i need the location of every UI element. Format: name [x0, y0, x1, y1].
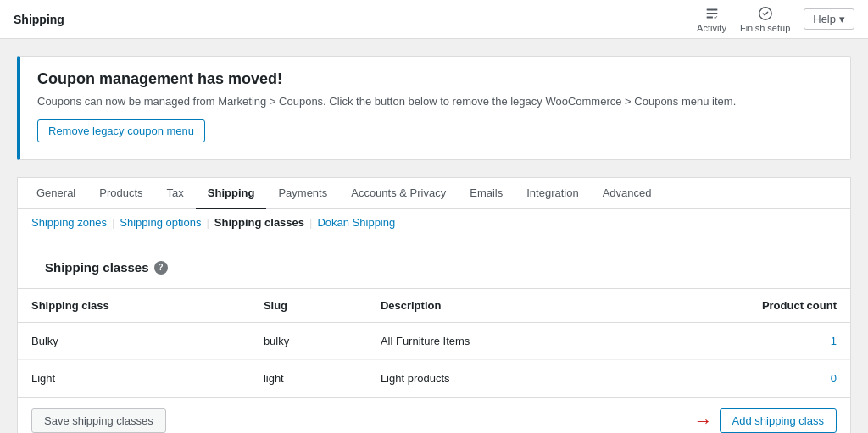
sep-2: | [206, 216, 209, 229]
subnav-shipping-zones[interactable]: Shipping zones [31, 216, 107, 229]
cell-slug: light [250, 360, 367, 397]
tab-accounts-privacy[interactable]: Accounts & Privacy [339, 178, 458, 209]
chevron-down-icon: ▾ [839, 13, 845, 25]
finish-setup-button[interactable]: Finish setup [740, 6, 790, 33]
table-row: LightlightLight products0 [18, 360, 850, 397]
page-title: Shipping [14, 13, 64, 26]
subnav-shipping-classes[interactable]: Shipping classes [214, 216, 304, 229]
tabs-container: General Products Tax Shipping Payments A… [17, 177, 851, 209]
section-title-text: Shipping classes [45, 260, 149, 275]
table-header-row: Shipping class Slug Description Product … [18, 289, 850, 323]
arrow-icon: → [694, 410, 713, 432]
tab-general[interactable]: General [25, 178, 87, 209]
col-shipping-class: Shipping class [18, 289, 250, 323]
tab-advanced[interactable]: Advanced [591, 178, 664, 209]
finish-setup-icon [758, 6, 773, 21]
col-description: Description [367, 289, 625, 323]
shipping-classes-table: Shipping class Slug Description Product … [17, 289, 851, 397]
notice-text: Coupons can now be managed from Marketin… [37, 95, 833, 108]
sep-1: | [112, 216, 114, 229]
tab-products[interactable]: Products [87, 178, 154, 209]
cell-product-count[interactable]: 1 [625, 323, 850, 360]
tabs-row: General Products Tax Shipping Payments A… [18, 178, 850, 209]
section-help-icon[interactable]: ? [154, 261, 168, 275]
main-content: Coupon management has moved! Coupons can… [0, 39, 868, 433]
activity-button[interactable]: Activity [697, 6, 726, 33]
cell-description: All Furniture Items [367, 323, 625, 360]
table-footer: Save shipping classes → Add shipping cla… [17, 397, 851, 433]
finish-setup-label: Finish setup [740, 23, 790, 33]
cell-shipping-class: Bulky [18, 323, 250, 360]
tab-payments[interactable]: Payments [266, 178, 339, 209]
tab-tax[interactable]: Tax [155, 178, 196, 209]
activity-icon [704, 6, 720, 21]
subnav-dokan-shipping[interactable]: Dokan Shipping [317, 216, 395, 229]
section-header: Shipping classes ? [17, 236, 851, 289]
top-bar: Shipping Activity Finish setup Help ▾ [0, 0, 868, 39]
col-slug: Slug [250, 289, 367, 323]
cell-slug: bulky [250, 323, 367, 360]
section-padding: Shipping classes ? [31, 250, 837, 288]
tab-emails[interactable]: Emails [458, 178, 515, 209]
tab-shipping[interactable]: Shipping [196, 178, 267, 209]
tab-integration[interactable]: Integration [515, 178, 590, 209]
col-product-count: Product count [625, 289, 850, 323]
add-button-area: → Add shipping class [694, 408, 837, 433]
save-shipping-classes-button[interactable]: Save shipping classes [31, 408, 166, 433]
cell-shipping-class: Light [18, 360, 250, 397]
data-table: Shipping class Slug Description Product … [18, 289, 850, 397]
help-button[interactable]: Help ▾ [804, 8, 854, 30]
cell-description: Light products [367, 360, 625, 397]
add-shipping-class-button[interactable]: Add shipping class [720, 408, 837, 433]
notice-title: Coupon management has moved! [37, 70, 833, 88]
section-title-row: Shipping classes ? [45, 260, 823, 275]
subnav-shipping-options[interactable]: Shipping options [120, 216, 201, 229]
activity-label: Activity [697, 23, 726, 33]
sub-navigation: Shipping zones | Shipping options | Ship… [17, 209, 851, 236]
top-bar-actions: Activity Finish setup Help ▾ [697, 6, 854, 33]
table-row: BulkybulkyAll Furniture Items1 [18, 323, 850, 360]
table-body: BulkybulkyAll Furniture Items1Lightlight… [18, 323, 850, 397]
cell-product-count[interactable]: 0 [625, 360, 850, 397]
sep-3: | [309, 216, 312, 229]
remove-legacy-button[interactable]: Remove legacy coupon menu [37, 119, 205, 142]
help-label: Help [813, 13, 836, 25]
notice-banner: Coupon management has moved! Coupons can… [17, 56, 851, 160]
